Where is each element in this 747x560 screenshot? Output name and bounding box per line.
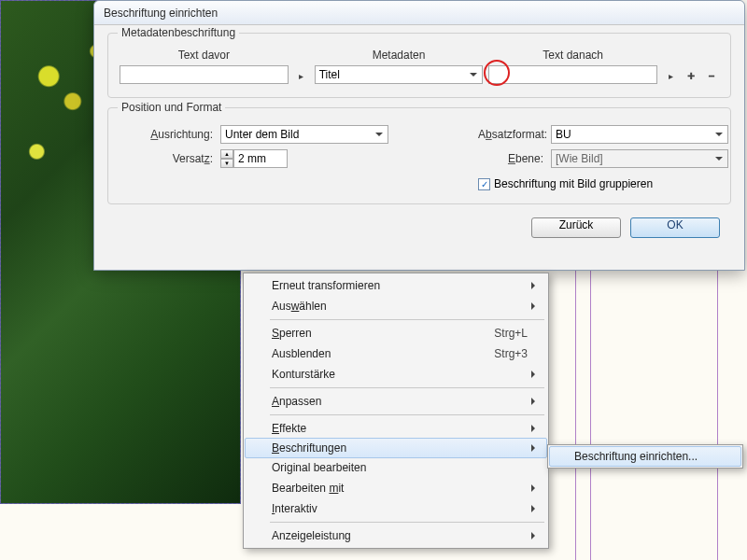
submenu-arrow-icon: [531, 532, 539, 539]
offset-label: Versatz:: [120, 152, 213, 165]
text-before-label: Text davor: [178, 49, 230, 62]
submenu-arrow-icon: [531, 282, 539, 289]
menu-item[interactable]: Erneut transformieren: [246, 275, 546, 296]
menu-label: Beschriftungen: [272, 441, 346, 455]
position-format-group: Position und Format Ausrichtung: Unter d…: [107, 107, 731, 204]
menu-label: Beschriftung einrichten...: [574, 450, 698, 463]
menu-item[interactable]: Anpassen: [246, 391, 546, 412]
submenu-arrow-icon: [531, 444, 539, 452]
caption-setup-dialog: Beschriftung einrichten Metadatenbeschri…: [93, 0, 745, 271]
menu-label: Anzeigeleistung: [272, 529, 351, 542]
group-with-image-checkbox[interactable]: ✓: [478, 178, 490, 190]
spinner-down-icon[interactable]: ▼: [220, 159, 233, 168]
offset-spinner[interactable]: ▲▼: [220, 149, 388, 168]
menu-separator: [270, 414, 544, 415]
menu-shortcut: Strg+L: [494, 327, 528, 340]
group-title: Metadatenbeschriftung: [118, 26, 239, 39]
menu-item[interactable]: Original bearbeiten: [246, 457, 546, 478]
guide-line: [590, 271, 591, 560]
text-after-label: Text danach: [543, 49, 603, 62]
menu-label: Anpassen: [272, 395, 321, 408]
layer-value: [Wie Bild]: [556, 152, 603, 165]
menu-separator: [270, 522, 544, 523]
menu-label: Effekte: [272, 422, 306, 435]
submenu-arrow-icon: [531, 425, 539, 432]
metadata-dropdown[interactable]: Titel: [315, 65, 484, 84]
flyout-icon[interactable]: ▸: [294, 67, 309, 84]
layer-label: Ebene:: [478, 152, 543, 165]
spinner-up-icon[interactable]: ▲: [220, 149, 233, 159]
menu-item[interactable]: Auswählen: [246, 296, 546, 316]
alignment-dropdown[interactable]: Unter dem Bild: [220, 125, 388, 144]
context-menu: Erneut transformierenAuswählenSperrenStr…: [243, 273, 549, 549]
flyout-icon[interactable]: ▸: [663, 67, 678, 84]
menu-item[interactable]: Effekte: [246, 418, 546, 439]
add-row-icon[interactable]: ✚: [684, 67, 698, 84]
guide-line: [575, 271, 576, 560]
menu-item[interactable]: SperrenStrg+L: [246, 323, 546, 343]
submenu-arrow-icon: [531, 371, 539, 378]
para-style-label: Absatzformat:: [478, 128, 543, 141]
para-style-dropdown[interactable]: BU: [551, 125, 728, 144]
group-title: Position und Format: [118, 101, 225, 114]
back-button[interactable]: Zurück: [531, 217, 621, 238]
menu-item[interactable]: Bearbeiten mit: [246, 478, 546, 498]
guide-line: [717, 271, 718, 560]
menu-separator: [270, 387, 544, 388]
submenu-arrow-icon: [531, 505, 539, 512]
menu-label: Ausblenden: [272, 347, 331, 360]
submenu-arrow-icon: [531, 484, 539, 492]
ok-button[interactable]: OK: [630, 217, 720, 238]
menu-label: Interaktiv: [272, 502, 317, 515]
menu-label: Original bearbeiten: [272, 461, 366, 474]
remove-row-icon[interactable]: ━: [704, 67, 719, 84]
menu-item[interactable]: AusblendenStrg+3: [246, 343, 546, 364]
menu-item[interactable]: Interaktiv: [246, 498, 546, 519]
submenu-arrow-icon: [531, 398, 539, 405]
metadata-value: Titel: [319, 68, 340, 81]
metadata-caption-group: Metadatenbeschriftung Text davor ▸ Metad…: [107, 33, 731, 98]
menu-label: Konturstärke: [272, 368, 335, 381]
menu-separator: [270, 319, 544, 320]
dialog-title[interactable]: Beschriftung einrichten: [94, 1, 744, 25]
menu-item[interactable]: Konturstärke: [246, 364, 546, 385]
group-with-image-label: Beschriftung mit Bild gruppieren: [494, 177, 653, 190]
menu-label: Erneut transformieren: [272, 279, 380, 292]
text-before-input[interactable]: [120, 65, 289, 84]
menu-item[interactable]: Anzeigeleistung: [246, 525, 546, 546]
menu-label: Sperren: [272, 327, 312, 340]
captions-submenu: Beschriftung einrichten...: [547, 444, 743, 469]
menu-label: Auswählen: [272, 300, 327, 313]
metadata-label: Metadaten: [373, 49, 426, 62]
text-after-input[interactable]: [488, 65, 657, 84]
submenu-arrow-icon: [531, 302, 539, 310]
menu-item[interactable]: Beschriftungen: [245, 438, 547, 458]
menu-shortcut: Strg+3: [494, 347, 528, 360]
alignment-label: Ausrichtung:: [120, 128, 213, 141]
offset-input[interactable]: [233, 149, 288, 168]
menu-label: Bearbeiten mit: [272, 482, 344, 495]
layer-dropdown: [Wie Bild]: [551, 149, 728, 168]
para-style-value: BU: [556, 128, 571, 141]
submenu-item-setup-caption[interactable]: Beschriftung einrichten...: [549, 446, 741, 467]
alignment-value: Unter dem Bild: [225, 128, 299, 141]
